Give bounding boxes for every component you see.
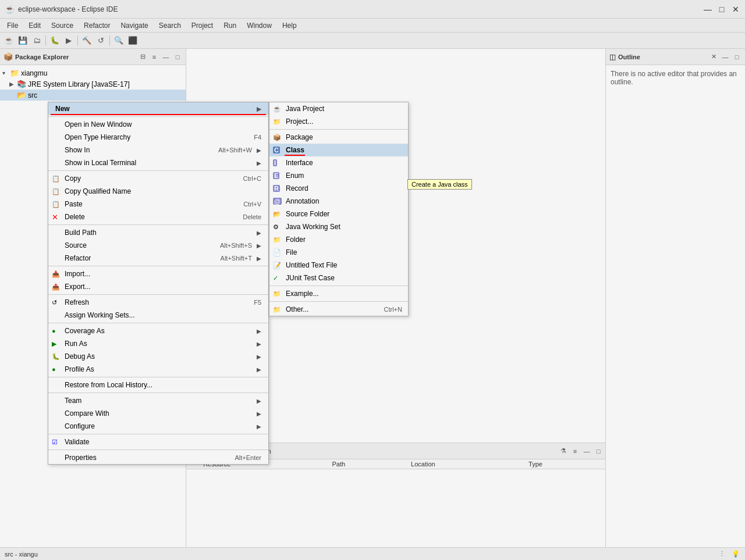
status-icon2[interactable]: 💡 — [731, 550, 740, 559]
outline-close-btn[interactable]: ✕ — [709, 52, 718, 62]
bottom-minimize-btn[interactable]: — — [582, 447, 591, 456]
toolbar-search-btn[interactable]: 🔍 — [112, 34, 125, 47]
col-type: Type — [524, 459, 605, 469]
tree-item-xiangmu[interactable]: ▾ 📁 xiangmu — [0, 67, 186, 79]
col-path: Path — [327, 459, 406, 469]
sub-other[interactable]: 📁 Other... Ctrl+N — [269, 303, 408, 316]
ctx-build-path[interactable]: Build Path ▶ — [48, 226, 268, 239]
ctx-open-new-window[interactable]: Open in New Window — [48, 118, 268, 131]
ctx-copy-qualified[interactable]: 📋 Copy Qualified Name — [48, 185, 268, 198]
untitled-text-file-icon: 📝 — [273, 262, 281, 269]
bottom-maximize-btn[interactable]: □ — [594, 447, 603, 456]
ctx-export[interactable]: 📤 Export... — [48, 280, 268, 293]
tree-icon-jre: 📚 — [17, 80, 26, 88]
outline-maximize-btn[interactable]: □ — [732, 52, 742, 62]
bottom-filter-btn[interactable]: ⚗ — [559, 447, 568, 456]
toolbar-new-btn[interactable]: ☕ — [2, 34, 15, 47]
pkg-maximize-btn[interactable]: □ — [173, 52, 182, 62]
ctx-coverage-as[interactable]: ● Coverage As ▶ — [48, 324, 268, 337]
toolbar-save-btn[interactable]: 💾 — [16, 34, 29, 47]
close-button[interactable]: ✕ — [731, 5, 740, 14]
pkg-minimize-btn[interactable]: — — [161, 52, 171, 62]
ctx-run-as[interactable]: ▶ Run As ▶ — [48, 337, 268, 350]
ctx-copy-shortcut: Ctrl+C — [243, 175, 261, 182]
status-icon1[interactable]: ⋮ — [717, 550, 726, 559]
maximize-button[interactable]: □ — [717, 5, 726, 14]
menu-run[interactable]: Run — [219, 20, 241, 31]
ctx-show-in-label: Show In — [65, 146, 90, 154]
ctx-configure-label: Configure — [65, 422, 95, 430]
toolbar-refresh-btn[interactable]: ↺ — [94, 34, 107, 47]
ctx-validate[interactable]: ☑ Validate — [48, 436, 268, 448]
ctx-open-type-hierarchy[interactable]: Open Type Hierarchy F4 — [48, 131, 268, 144]
ctx-new-arrow: ▶ — [257, 106, 261, 112]
outline-minimize-btn[interactable]: — — [721, 52, 730, 62]
ctx-coverage-as-arrow: ▶ — [257, 328, 261, 334]
menu-window[interactable]: Window — [242, 20, 276, 31]
sub-annotation[interactable]: @ Annotation — [269, 195, 408, 208]
ctx-sep1 — [48, 116, 268, 117]
menu-navigate[interactable]: Navigate — [116, 20, 152, 31]
menu-search[interactable]: Search — [154, 20, 186, 31]
ctx-show-local-terminal[interactable]: Show in Local Terminal ▶ — [48, 156, 268, 169]
sub-source-folder[interactable]: 📂 Source Folder — [269, 208, 408, 220]
ctx-delete[interactable]: ✕ Delete Delete — [48, 211, 268, 223]
sub-junit-test-case[interactable]: ✓ JUnit Test Case — [269, 272, 408, 284]
ctx-debug-as[interactable]: 🐛 Debug As ▶ — [48, 350, 268, 363]
sub-example[interactable]: 📁 Example... — [269, 287, 408, 300]
ctx-properties[interactable]: Properties Alt+Enter — [48, 451, 268, 464]
col-location: Location — [406, 459, 524, 469]
ctx-assign-working-sets[interactable]: Assign Working Sets... — [48, 309, 268, 322]
record-icon: R — [273, 185, 280, 192]
ctx-copy[interactable]: 📋 Copy Ctrl+C — [48, 172, 268, 185]
sub-file[interactable]: 📄 File — [269, 246, 408, 259]
menu-refactor[interactable]: Refactor — [79, 20, 115, 31]
toolbar-debug-btn[interactable]: 🐛 — [48, 34, 61, 47]
title-bar-left: ☕ eclipse-workspace - Eclipse IDE — [5, 5, 118, 14]
ctx-refactor[interactable]: Refactor Alt+Shift+T ▶ — [48, 252, 268, 265]
validate-icon: ☑ — [52, 438, 58, 446]
sub-record[interactable]: R Record — [269, 182, 408, 195]
pkg-collapse-btn[interactable]: ⊟ — [138, 52, 147, 62]
sub-package[interactable]: 📦 Package — [269, 131, 408, 144]
tree-item-jre[interactable]: ▶ 📚 JRE System Library [JavaSE-17] — [0, 79, 186, 90]
toolbar-build-btn[interactable]: 🔨 — [80, 34, 93, 47]
ctx-paste[interactable]: 📋 Paste Ctrl+V — [48, 198, 268, 211]
ctx-import[interactable]: 📥 Import... — [48, 267, 268, 280]
menu-file[interactable]: File — [2, 20, 23, 31]
tree-item-src[interactable]: 📂 src — [0, 90, 186, 101]
ctx-new[interactable]: New ▶ — [48, 102, 268, 115]
pkg-menu-btn[interactable]: ≡ — [150, 52, 159, 62]
menu-source[interactable]: Source — [47, 20, 78, 31]
ctx-team[interactable]: Team ▶ — [48, 394, 268, 407]
menu-help[interactable]: Help — [278, 20, 301, 31]
toolbar-save-all-btn[interactable]: 🗂 — [30, 34, 43, 47]
toolbar-perspective-btn[interactable]: ⬛ — [126, 34, 139, 47]
sub-java-working-set[interactable]: ⚙ Java Working Set — [269, 220, 408, 233]
ctx-configure[interactable]: Configure ▶ — [48, 420, 268, 433]
ctx-profile-as[interactable]: ● Profile As ▶ — [48, 363, 268, 376]
sub-java-project[interactable]: ☕ Java Project — [269, 102, 408, 115]
ctx-refresh[interactable]: ↺ Refresh F5 — [48, 296, 268, 309]
ctx-compare-with[interactable]: Compare With ▶ — [48, 407, 268, 420]
file-icon: 📄 — [273, 249, 281, 256]
sub-interface[interactable]: I Interface — [269, 156, 408, 169]
toolbar-sep3 — [109, 35, 110, 46]
menu-project[interactable]: Project — [187, 20, 218, 31]
sub-folder[interactable]: 📁 Folder — [269, 233, 408, 246]
tree-arrow-src — [9, 92, 15, 98]
bottom-table-body — [186, 469, 605, 508]
bottom-menu-btn[interactable]: ≡ — [570, 447, 580, 456]
minimize-button[interactable]: — — [703, 5, 712, 14]
package-explorer-header: 📦 Package Explorer ⊟ ≡ — □ — [0, 49, 186, 65]
ctx-show-in[interactable]: Show In Alt+Shift+W ▶ — [48, 144, 268, 156]
sub-class[interactable]: C Class — [269, 144, 408, 156]
ctx-restore-local-history[interactable]: Restore from Local History... — [48, 379, 268, 391]
sub-untitled-text-file[interactable]: 📝 Untitled Text File — [269, 259, 408, 272]
sub-enum[interactable]: E Enum — [269, 169, 408, 182]
toolbar-run-btn[interactable]: ▶ — [62, 34, 75, 47]
menu-edit[interactable]: Edit — [24, 20, 45, 31]
ctx-source[interactable]: Source Alt+Shift+S ▶ — [48, 239, 268, 252]
sub-project[interactable]: 📁 Project... — [269, 115, 408, 128]
sub-source-folder-label: Source Folder — [286, 210, 329, 218]
